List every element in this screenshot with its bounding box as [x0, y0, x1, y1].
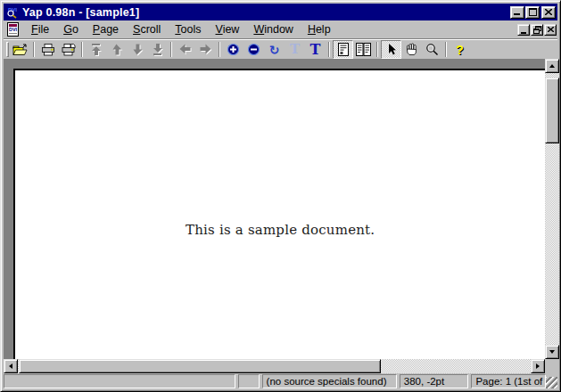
status-cursor-position: 380, -2pt — [400, 374, 469, 388]
mdi-restore-icon — [533, 26, 541, 34]
scroll-up-button[interactable] — [545, 59, 559, 73]
svg-text:DVI: DVI — [9, 27, 18, 32]
menu-file[interactable]: File — [24, 21, 56, 38]
shrink-text-icon: T — [290, 43, 300, 56]
first-page-icon — [90, 44, 103, 56]
toolbar-grip[interactable] — [6, 42, 9, 57]
first-page-button — [86, 40, 106, 59]
yap-window: DVI Yap 0.98n - [sample1] — [0, 0, 561, 392]
close-button[interactable] — [541, 6, 556, 19]
select-tool-icon — [385, 43, 398, 56]
dvi-page[interactable]: This is a sample document. — [13, 69, 545, 359]
forward-button — [195, 40, 216, 59]
mdi-minimize-icon — [521, 31, 527, 35]
shrink-text-button[interactable]: T — [285, 40, 305, 59]
mdi-minimize-button[interactable] — [517, 24, 530, 36]
render-text-icon: T — [310, 43, 321, 57]
status-main-panel — [4, 374, 235, 388]
refresh-icon: ↻ — [269, 44, 280, 56]
scroll-left-button[interactable] — [4, 359, 18, 373]
menu-page[interactable]: Page — [86, 21, 126, 38]
mdi-restore-button[interactable] — [531, 24, 543, 36]
document-client-area: This is a sample document. — [4, 59, 559, 373]
horizontal-scrollbar[interactable] — [4, 359, 545, 373]
toolbar-separator — [445, 42, 447, 57]
status-bar: (no source specials found) 380, -2pt Pag… — [4, 372, 557, 388]
title-bar[interactable]: DVI Yap 0.98n - [sample1] — [4, 4, 557, 20]
back-icon — [179, 44, 192, 55]
close-icon — [545, 9, 552, 15]
minimize-icon — [514, 13, 521, 16]
zoom-out-button[interactable] — [243, 40, 264, 59]
document-view[interactable]: This is a sample document. — [4, 59, 545, 359]
status-page-info: Page: 1 (1st of 1) — [471, 374, 546, 388]
next-page-icon — [131, 44, 144, 56]
hand-tool-icon — [405, 43, 418, 56]
triangle-up-icon — [549, 64, 555, 68]
triangle-down-icon — [549, 350, 555, 354]
menu-help[interactable]: Help — [301, 21, 338, 38]
previous-page-icon — [111, 44, 123, 56]
back-button — [175, 40, 195, 59]
triangle-left-icon — [9, 363, 12, 369]
scroll-right-button[interactable] — [531, 359, 545, 373]
zoom-in-button[interactable] — [223, 40, 243, 59]
maximize-icon — [529, 8, 537, 16]
previous-page-button — [106, 40, 127, 59]
hand-tool-button[interactable] — [401, 40, 422, 59]
single-page-view-icon — [337, 43, 350, 56]
refresh-button[interactable]: ↻ — [264, 40, 285, 59]
scrollbar-corner — [545, 359, 559, 373]
toolbar-separator — [33, 42, 35, 57]
zoom-out-icon — [247, 43, 260, 56]
vertical-scrollbar[interactable] — [545, 59, 559, 359]
horizontal-scrollbar-thumb[interactable] — [19, 359, 381, 373]
select-tool-button[interactable] — [381, 40, 401, 59]
open-icon — [12, 44, 28, 56]
print-button[interactable] — [37, 40, 58, 59]
menu-bar: DVI File Go Page Scroll Tools View Windo… — [4, 20, 557, 38]
toolbar-separator — [170, 42, 172, 57]
menu-tools[interactable]: Tools — [168, 21, 208, 38]
status-source-specials: (no source specials found) — [262, 374, 397, 388]
open-button[interactable] — [10, 40, 30, 59]
magnifier-tool-button[interactable] — [422, 40, 442, 59]
print-all-button[interactable] — [58, 40, 78, 59]
triangle-right-icon — [536, 363, 540, 369]
next-page-button — [127, 40, 147, 59]
menu-go[interactable]: Go — [56, 21, 86, 38]
magnifier-tool-icon — [425, 43, 439, 56]
two-page-view-icon — [356, 43, 371, 56]
mdi-close-icon — [548, 27, 554, 32]
toolbar: ↻ T T — [4, 38, 557, 59]
document-text: This is a sample document. — [186, 222, 375, 238]
print-icon — [41, 44, 55, 56]
window-title: Yap 0.98n - [sample1] — [22, 6, 509, 19]
status-indicator-panel — [238, 374, 260, 388]
help-icon: ? — [456, 44, 464, 56]
toolbar-separator — [81, 42, 83, 57]
dvi-document-icon[interactable]: DVI — [5, 22, 21, 37]
mdi-close-button[interactable] — [544, 24, 557, 36]
zoom-in-icon — [227, 43, 240, 56]
vertical-scrollbar-thumb[interactable] — [545, 78, 559, 143]
help-button[interactable]: ? — [450, 40, 470, 59]
print-all-icon — [62, 44, 76, 56]
forward-icon — [200, 44, 212, 55]
app-icon[interactable]: DVI — [5, 5, 20, 19]
render-text-button[interactable]: T — [305, 40, 326, 59]
menu-scroll[interactable]: Scroll — [126, 21, 168, 38]
resize-grip[interactable] — [546, 377, 557, 388]
last-page-button — [147, 40, 168, 59]
last-page-icon — [152, 44, 164, 56]
menu-window[interactable]: Window — [246, 21, 300, 38]
toolbar-separator — [376, 42, 378, 57]
minimize-button[interactable] — [510, 6, 524, 19]
toolbar-separator — [219, 42, 220, 57]
menu-view[interactable]: View — [209, 21, 247, 38]
two-page-view-button[interactable] — [353, 40, 374, 59]
maximize-button[interactable] — [525, 6, 540, 19]
toolbar-separator — [328, 42, 330, 57]
single-page-view-button[interactable] — [333, 40, 353, 59]
scroll-down-button[interactable] — [545, 345, 559, 359]
